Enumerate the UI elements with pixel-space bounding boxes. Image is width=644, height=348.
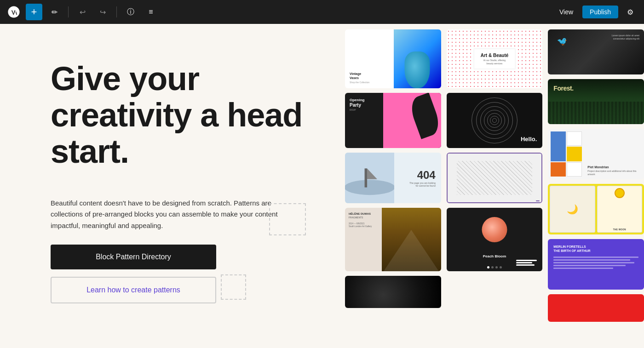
404-text: 404 The page you are looking for cannot … bbox=[394, 169, 441, 188]
404-desc: The page you are looking for cannot be f… bbox=[408, 182, 436, 188]
vases-image bbox=[394, 29, 441, 88]
toolbar-divider-2 bbox=[116, 6, 117, 17]
peach-dots bbox=[487, 266, 502, 268]
thumbnail-merlin: MERLIN FORETELLSTHE BIRTH OF ARTHUR bbox=[548, 239, 644, 290]
mondrian-white-1 bbox=[567, 131, 582, 146]
settings-button[interactable]: ⚙ bbox=[622, 4, 638, 20]
wp-logo[interactable] bbox=[6, 4, 22, 20]
left-panel: Give your creativity a head start. Beaut… bbox=[0, 24, 345, 348]
bird-description: Lorem ipsum dolor sit amet consectetur a… bbox=[603, 34, 639, 40]
forest-trees bbox=[548, 102, 644, 124]
info-button[interactable]: ⓘ bbox=[122, 4, 139, 20]
mondrian-yellow bbox=[567, 147, 582, 161]
tarot-label: THE MOON bbox=[613, 228, 626, 231]
thumbnail-hello: Hello. bbox=[447, 93, 543, 148]
dark-image bbox=[345, 276, 441, 308]
art-center-box: Art & Beauté At our Studio, offeringbeau… bbox=[474, 49, 516, 69]
peach-bar-3 bbox=[516, 264, 535, 266]
merlin-text-lines bbox=[553, 257, 638, 269]
tarot-card-1: 🌙 bbox=[550, 186, 595, 233]
hello-text: Hello. bbox=[521, 136, 537, 143]
thumbnail-mondrian: Piet Mondrian Project description and ad… bbox=[548, 129, 644, 179]
peach-dot-3 bbox=[495, 266, 498, 268]
tools-icon: ✏ bbox=[52, 8, 58, 17]
undo-icon: ↩ bbox=[80, 8, 86, 17]
tarot-sun bbox=[615, 188, 625, 198]
opening-text: Opening Party RSVP bbox=[350, 98, 364, 111]
opening-title: Opening bbox=[350, 98, 364, 103]
merlin-line-4 bbox=[553, 265, 626, 266]
info-icon: ⓘ bbox=[127, 7, 134, 17]
list-view-button[interactable]: ≡ bbox=[143, 4, 159, 20]
thumbnail-art-beaute: Art & Beauté At our Studio, offeringbeau… bbox=[447, 29, 543, 88]
sketch-image bbox=[448, 154, 542, 202]
helene-date: 2014 — 8/9/2021South London Art Gallery bbox=[349, 222, 378, 228]
art-title: Art & Beauté bbox=[481, 53, 509, 58]
thumbnail-col-2: Art & Beauté At our Studio, offeringbeau… bbox=[447, 29, 543, 348]
block-pattern-directory-button[interactable]: Block Pattern Directory bbox=[51, 245, 216, 269]
plus-icon: + bbox=[31, 6, 37, 18]
vases-label: VintageVases bbox=[350, 72, 389, 80]
forest-label: Forest. bbox=[553, 85, 573, 92]
peach-bar-1 bbox=[516, 260, 537, 261]
hero-title: Give your creativity a head start. bbox=[51, 61, 317, 170]
thumbnail-opening-party: Opening Party RSVP bbox=[345, 93, 441, 148]
helene-info: HÉLÈNE DUMAS FRAGMENTS 2014 — 8/9/2021So… bbox=[345, 208, 382, 271]
helene-mountain-image bbox=[382, 208, 441, 271]
thumbnail-helene-dumas: HÉLÈNE DUMAS FRAGMENTS 2014 — 8/9/2021So… bbox=[345, 208, 441, 271]
thumbnail-404: 404 The page you are looking for cannot … bbox=[345, 153, 441, 203]
peach-label: Peach Bloom bbox=[483, 254, 506, 258]
placeholder-small bbox=[221, 274, 246, 300]
learn-patterns-button[interactable]: Learn how to create patterns bbox=[51, 277, 216, 303]
thumbnail-bird-dark: 🐦 Lorem ipsum dolor sit amet consectetur… bbox=[548, 29, 644, 74]
undo-button[interactable]: ↩ bbox=[74, 4, 91, 20]
thumbnail-peach-bloom: Peach Bloom bbox=[447, 208, 543, 271]
helene-name: HÉLÈNE DUMAS bbox=[349, 212, 378, 215]
merlin-title: MERLIN FORETELLSTHE BIRTH OF ARTHUR bbox=[553, 245, 638, 253]
main-content: Give your creativity a head start. Beaut… bbox=[0, 24, 644, 348]
mondrian-orange bbox=[551, 162, 566, 177]
peach-bars bbox=[516, 260, 537, 266]
toolbar-divider-1 bbox=[68, 6, 69, 17]
thumbnail-col-3: 🐦 Lorem ipsum dolor sit amet consectetur… bbox=[548, 29, 644, 348]
merlin-line-3 bbox=[553, 262, 634, 263]
tools-button[interactable]: ✏ bbox=[46, 4, 63, 20]
merlin-line-2 bbox=[553, 259, 630, 261]
merlin-line-5 bbox=[553, 268, 613, 269]
bird-silhouette: 🐦 bbox=[557, 36, 567, 46]
vase-shape bbox=[405, 51, 430, 88]
tarot-card-2: THE MOON bbox=[597, 186, 642, 233]
helene-fragments: FRAGMENTS bbox=[349, 216, 378, 219]
redo-button[interactable]: ↪ bbox=[94, 4, 111, 20]
view-button[interactable]: View bbox=[554, 6, 579, 18]
404-number: 404 bbox=[417, 169, 436, 182]
mondrian-info: Piet Mondrian Project description and ad… bbox=[585, 129, 644, 179]
peach-circle bbox=[482, 217, 507, 242]
opening-party: Party bbox=[350, 103, 364, 108]
thumbnail-forest: Forest. bbox=[548, 79, 644, 124]
mondrian-desc: Project description and additional info … bbox=[587, 170, 641, 176]
spiral-ring-7 bbox=[472, 97, 518, 143]
art-sub: At our Studio, offeringbeauty services bbox=[481, 59, 509, 65]
hero-description: Beautiful content doesn't have to be des… bbox=[51, 198, 299, 232]
sketch-button bbox=[536, 200, 540, 201]
add-block-button[interactable]: + bbox=[26, 4, 42, 20]
redo-icon: ↪ bbox=[100, 8, 106, 17]
thumbnail-vintage-vases: VintageVases Shop the Collection bbox=[345, 29, 441, 88]
toolbar: + ✏ ↩ ↪ ⓘ ≡ View Publish ⚙ bbox=[0, 0, 644, 24]
peach-bar-2 bbox=[516, 262, 532, 263]
mondrian-grid bbox=[548, 129, 585, 179]
publish-button[interactable]: Publish bbox=[582, 6, 618, 18]
placeholder-large bbox=[269, 203, 306, 235]
right-panel: VintageVases Shop the Collection Opening… bbox=[345, 24, 644, 348]
mondrian-blue bbox=[551, 131, 566, 161]
thumbnail-sketch bbox=[447, 153, 543, 203]
sketch-lines bbox=[457, 161, 532, 195]
vases-text: VintageVases Shop the Collection bbox=[345, 29, 394, 88]
thumbnail-tarot: 🌙 THE MOON bbox=[548, 184, 644, 234]
toolbar-right: View Publish ⚙ bbox=[554, 4, 638, 20]
mondrian-name: Piet Mondrian bbox=[587, 165, 641, 169]
merlin-line-1 bbox=[553, 257, 638, 258]
peach-dot-4 bbox=[500, 266, 502, 268]
peach-dot-1 bbox=[487, 266, 489, 268]
